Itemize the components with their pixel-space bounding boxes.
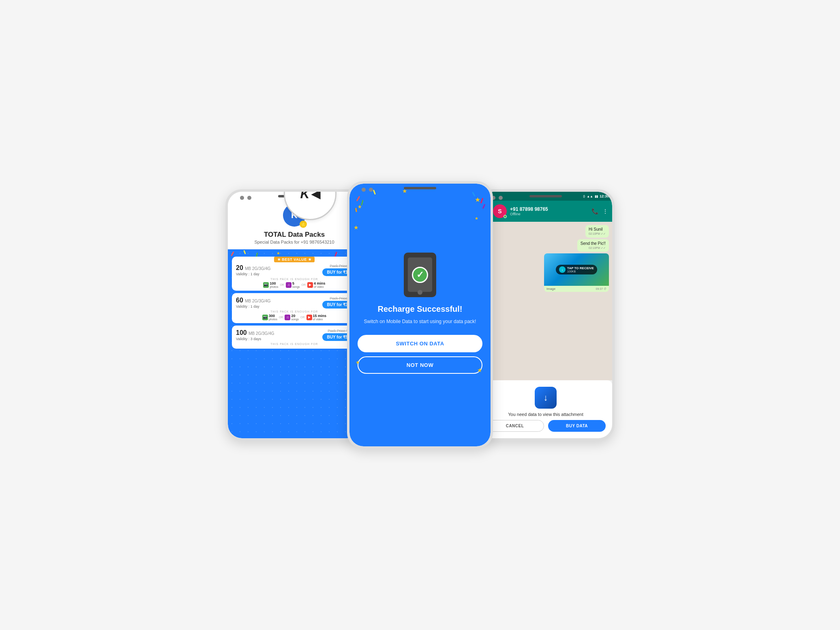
tap-label: TAP TO RECEIVE [567, 266, 594, 270]
tap-size: 100KB [567, 270, 594, 273]
pack3-divider-label: THIS PACK IS ENOUGH FOR [236, 343, 353, 345]
message-meta-2: 02:10PM ✓✓ [581, 246, 606, 250]
camera-dot-3 [362, 188, 366, 192]
pack1-size: 20 MB 2G/3G/4G [236, 264, 271, 272]
camera-dot-6 [499, 196, 503, 200]
recharge-success-title: Recharge Successful! [378, 304, 463, 314]
chat-header: ← S +91 87898 98765 Offline 📞 ⋮ [479, 201, 612, 222]
message-text-1: Hi Sunil [589, 227, 606, 231]
message-text-2: Send the Pic!! [581, 241, 606, 246]
phone3-screen: ₿ ▲▲ ▮▮ 12:30 ← S +91 87898 98765 Offlin… [479, 192, 612, 438]
phone2-device-icon: ✓ [404, 253, 436, 297]
chat-message-1: Hi Sunil 02:10PM ✓✓ [585, 225, 609, 238]
battery-icon: ▮▮ [595, 195, 598, 198]
pack2-usage: 📷 300 photos OR ♫ 20 [236, 314, 353, 321]
pack2-validity: Validity : 1 day [236, 304, 271, 309]
image-time: 09:37 ⏱ [596, 287, 606, 290]
phone1-body: ★ ★ ★ BEST VALUE ★ 20 MB 2G/3G/4G Validi… [228, 249, 361, 438]
phone-1: K ◀ K ⭐ TOTAL Data Packs Special Data Pa… [225, 189, 363, 441]
phone2-speaker [404, 187, 436, 189]
pack2-usage-songs: ♫ 20 songs [285, 314, 299, 321]
pack1-usage-photos: 📷 100 photos [263, 281, 278, 288]
chat-image-message[interactable]: ↓ TAP TO RECEIVE 100KB Image 09:37 ⏱ [544, 253, 609, 292]
video-icon-2: ▶ [306, 315, 312, 320]
contact-status: Offline [510, 212, 588, 216]
photos-icon-2: 📷 [262, 315, 268, 320]
contact-info: +91 87898 98765 Offline [510, 206, 588, 216]
online-indicator [504, 215, 507, 218]
signal-icon: ▲▲ [587, 195, 593, 198]
pack1-unit: MB 2G/3G/4G [245, 266, 270, 271]
video-icon: ▶ [307, 282, 313, 288]
photos-icon: 📷 [263, 282, 269, 288]
camera-dot-2 [247, 196, 251, 200]
pack3-validity: Validity : 3 days [236, 337, 274, 341]
pack3-size: 100 MB 2G/3G/4G [236, 329, 274, 336]
pack1-validity: Validity : 1 day [236, 272, 271, 276]
recharge-success-subtitle: Switch on Mobile Data to start using you… [364, 318, 476, 325]
status-time: 12:30 [600, 194, 609, 198]
header-action-icons: 📞 ⋮ [591, 208, 608, 214]
pack2-usage-video: ▶ 15 mins of video [306, 314, 327, 321]
pack1-usage: 📷 100 photos OR ♫ 5 [236, 281, 353, 288]
chat-area: Hi Sunil 02:10PM ✓✓ Send the Pic!! 02:10… [479, 222, 612, 380]
pack2-unit: MB 2G/3G/4G [245, 299, 270, 303]
pack2-size: 60 MB 2G/3G/4G [236, 297, 271, 304]
data-needed-overlay: ↓ You need data to view this attachment … [479, 380, 612, 438]
phone2-camera [362, 188, 373, 192]
pack1-usage-video: ▶ 4 mins of video [307, 281, 326, 288]
chat-message-2: Send the Pic!! 02:10PM ✓✓ [577, 239, 609, 252]
or-3: OR [279, 316, 283, 319]
image-label: Image [546, 287, 555, 291]
contact-name: +91 87898 98765 [510, 206, 588, 212]
pack2-divider-label: THIS PACK IS ENOUGH FOR [236, 310, 353, 313]
zoom-signal-icon: ◀ [311, 189, 320, 201]
camera-dot-1 [240, 196, 244, 200]
best-value-badge: ★ BEST VALUE ★ [274, 257, 315, 262]
camera-dot-4 [369, 188, 373, 192]
overlay-text: You need data to view this attachment [508, 412, 583, 417]
phone1-camera [240, 196, 251, 200]
switch-on-data-button[interactable]: SWITCH ON DATA [358, 335, 482, 352]
tap-to-receive-overlay[interactable]: ↓ TAP TO RECEIVE 100KB [556, 265, 597, 274]
more-options-icon[interactable]: ⋮ [602, 208, 608, 214]
chat-image-preview: ↓ TAP TO RECEIVE 100KB [544, 253, 609, 286]
songs-icon-2: ♫ [285, 315, 290, 320]
phone3-speaker [529, 195, 562, 197]
phone3-camera [491, 196, 503, 200]
phones-container: K ◀ K ⭐ TOTAL Data Packs Special Data Pa… [225, 181, 615, 449]
data-pack-2: 60 MB 2G/3G/4G Validity : 1 day Pack Pri… [232, 293, 357, 323]
call-icon[interactable]: 📞 [591, 208, 598, 214]
or-2: OR [302, 283, 306, 286]
buy-data-button[interactable]: BUY DATA [548, 420, 606, 432]
pack3-unit: MB 2G/3G/4G [249, 331, 274, 336]
songs-icon: ♫ [286, 282, 291, 288]
logo-star: ⭐ [300, 221, 307, 228]
overlay-action-buttons: CANCEL BUY DATA [486, 420, 606, 432]
phone2-screen: ★ ★ ★ ★ ★ ★ ★ ✓ Recharge Successfu [349, 184, 491, 446]
or-4: OR [300, 316, 305, 319]
cancel-button[interactable]: CANCEL [486, 420, 544, 432]
phone-2: ★ ★ ★ ★ ★ ★ ★ ✓ Recharge Successfu [347, 181, 493, 449]
zoom-k-icon: K [300, 189, 309, 201]
download-icon: ↓ [559, 266, 566, 273]
pack2-usage-photos: 📷 300 photos [262, 314, 277, 321]
message-meta-1: 02:10PM ✓✓ [589, 232, 606, 236]
data-pack-3: 100 MB 2G/3G/4G Validity : 3 days Pack P… [232, 326, 357, 349]
or-1: OR [280, 283, 284, 286]
phone1-title: TOTAL Data Packs [234, 231, 354, 239]
bluetooth-icon: ₿ [583, 195, 585, 198]
success-checkmark: ✓ [412, 267, 428, 283]
pack1-divider-label: THIS PACK IS ENOUGH FOR [236, 278, 353, 281]
data-pack-1: ★ BEST VALUE ★ 20 MB 2G/3G/4G Validity :… [232, 257, 357, 291]
chat-image-footer: Image 09:37 ⏱ [544, 286, 609, 292]
pack1-usage-songs: ♫ 5 songs [286, 281, 300, 288]
phone1-screen: K ⭐ TOTAL Data Packs Special Data Packs … [228, 192, 361, 438]
contact-avatar: S [493, 204, 507, 218]
overlay-download-icon: ↓ [535, 387, 557, 409]
phone-3: ₿ ▲▲ ▮▮ 12:30 ← S +91 87898 98765 Offlin… [477, 189, 615, 441]
not-now-button[interactable]: NOT NOW [358, 356, 482, 374]
phone1-subtitle: Special Data Packs for +91 9876543210 [234, 240, 354, 244]
